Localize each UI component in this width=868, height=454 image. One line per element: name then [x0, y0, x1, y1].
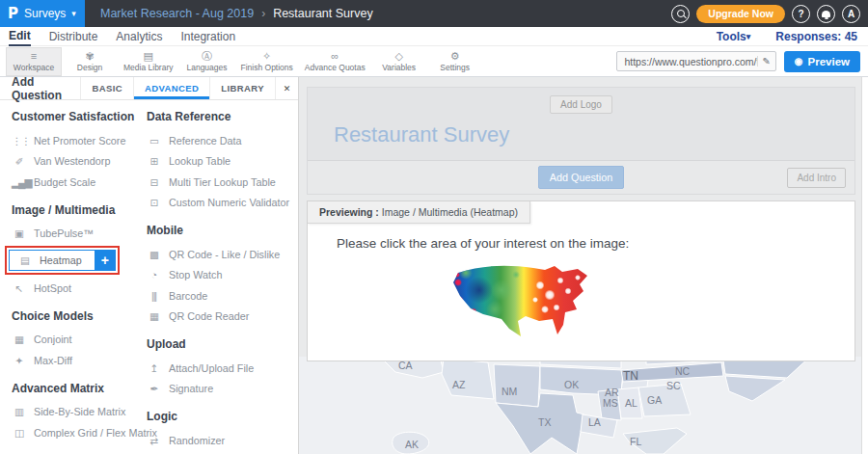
qtype-lookup-table[interactable]: ⊞ Lookup Table [147, 151, 294, 173]
qtype-conjoint[interactable]: ▦ Conjoint [12, 330, 147, 351]
section-title: Data Reference [147, 110, 294, 123]
toolbar-workspace[interactable]: ≡ Workspace [6, 47, 62, 76]
toolbar-settings[interactable]: ⚙ Settings [427, 47, 483, 76]
surveys-product-menu[interactable]: P Surveys ▾ [0, 0, 85, 27]
qtype-hotspot[interactable]: ↖ HotSpot [12, 278, 147, 299]
qtype-label: Lookup Table [169, 155, 231, 167]
translate-icon: Ⓐ [202, 50, 212, 62]
heatmap-image-icon: ▤ [17, 254, 32, 266]
links-icon: ∞ [331, 50, 339, 62]
qtype-label: Custom Numeric Validator [169, 197, 289, 208]
panel-title: Add Question [0, 77, 80, 99]
qtype-custom-logic-engine[interactable]: Ψ Custom Logic Engine [147, 451, 294, 454]
qtype-label: HotSpot [34, 282, 71, 294]
toolbar-media-library[interactable]: ▤ Media Library [118, 47, 179, 76]
survey-title[interactable]: Restaurant Survey [308, 114, 854, 160]
previewing-tab: Previewing : Image / Multimedia (Heatmap… [308, 201, 530, 224]
add-intro-button[interactable]: Add Intro [787, 168, 846, 188]
qtype-label: Randomizer [169, 435, 225, 446]
toolbar-label: Workspace [14, 63, 54, 72]
state-label-sc: SC [666, 380, 681, 391]
qtype-label: Heatmap [40, 254, 82, 266]
responses-count[interactable]: Responses: 45 [775, 27, 857, 46]
tab-basic[interactable]: BASIC [80, 77, 133, 99]
palette-icon: ✾ [85, 50, 94, 62]
preview-button[interactable]: ◉ Preview [784, 51, 860, 72]
heatmap-image[interactable] [448, 261, 593, 344]
question-type-columns: Customer Satisfaction ⋮⋮ Net Promoter Sc… [0, 100, 298, 454]
qtype-max-diff[interactable]: ✦ Max-Diff [12, 350, 147, 371]
question-type-column-1: Customer Satisfaction ⋮⋮ Net Promoter Sc… [12, 102, 147, 454]
section-title: Choice Models [12, 309, 147, 323]
qtype-tubepulse[interactable]: ▣ TubePulse™ [12, 224, 147, 245]
close-icon: ✕ [284, 84, 291, 93]
state-label-al: AL [625, 397, 637, 409]
wand-icon: ✦ [12, 355, 26, 366]
qtype-attach-upload-file[interactable]: ↥ Attach/Upload File [147, 358, 294, 379]
qtype-barcode[interactable]: ||| Barcode [147, 285, 294, 307]
questionpro-logo: P [8, 5, 18, 22]
survey-url-input[interactable] [624, 56, 757, 67]
heatmap-highlight-annotation: ▤ Heatmap + [5, 246, 120, 275]
close-panel-button[interactable]: ✕ [275, 77, 298, 99]
toolbar-finish-options[interactable]: ✧ Finish Options [235, 47, 299, 76]
breadcrumb-separator-icon: › [261, 7, 265, 20]
survey-canvas: CA AZ NM OK AR TN NC SC GA AL MS TX LA F… [299, 77, 868, 454]
toolbar-languages[interactable]: Ⓐ Languages [179, 47, 235, 76]
state-label-ak: AK [405, 439, 419, 450]
add-logo-button[interactable]: Add Logo [550, 95, 612, 114]
bell-icon [822, 11, 830, 17]
edit-url-icon[interactable]: ✎ [757, 56, 770, 67]
question-type-column-2: Data Reference ▭ Reference Data ⊞ Lookup… [147, 102, 294, 454]
nav-distribute[interactable]: Distribute [49, 27, 98, 46]
nav-integration[interactable]: Integration [180, 27, 235, 46]
matrix-icon: ▥ [12, 406, 26, 417]
qtype-qr-code-reader[interactable]: ▦ QR Code Reader [147, 307, 294, 328]
qtype-heatmap-selected[interactable]: ▤ Heatmap + [9, 250, 116, 271]
tag-icon: ◇ [394, 50, 402, 62]
upgrade-now-button[interactable]: Upgrade Now [696, 5, 785, 23]
flex-grid-icon: ◫ [12, 427, 26, 439]
search-button[interactable] [671, 5, 690, 23]
breadcrumb-folder[interactable]: Market Research - Aug 2019 [100, 7, 254, 20]
toolbar-advance-quotas[interactable]: ∞ Advance Quotas [299, 47, 371, 76]
tab-advanced[interactable]: ADVANCED [133, 77, 209, 99]
avatar[interactable]: A [842, 5, 860, 23]
notifications-button[interactable] [817, 5, 835, 23]
qtype-qr-like-dislike[interactable]: ▩ QR Code - Like / Dislike [147, 244, 294, 265]
help-button[interactable]: ? [792, 5, 810, 23]
qtype-budget-scale[interactable]: ▂▄▆ Budget Scale [12, 172, 147, 193]
qtype-label: Barcode [169, 290, 207, 302]
barcode-icon: ||| [147, 290, 161, 302]
section-title: Advanced Matrix [12, 382, 147, 395]
qtype-multi-tier-lookup[interactable]: ⊟ Multi Tier Lookup Table [147, 172, 294, 193]
us-states-background-map: CA AZ NM OK AR TN NC SC GA AL MS TX LA F… [299, 357, 861, 454]
qtype-side-by-side-matrix[interactable]: ▥ Side-By-Side Matrix [12, 402, 147, 423]
toolbar-label: Advance Quotas [305, 63, 366, 72]
qtype-custom-numeric-validator[interactable]: ⊡ Custom Numeric Validator [147, 193, 294, 214]
qtype-complex-grid[interactable]: ◫ Complex Grid / Flex Matrix [12, 422, 147, 443]
image-icon: ▤ [144, 50, 153, 62]
qtype-net-promoter-score[interactable]: ⋮⋮ Net Promoter Score [12, 130, 147, 151]
nav-edit[interactable]: Edit [9, 27, 31, 46]
tab-library[interactable]: LIBRARY [209, 77, 275, 99]
section-title: Customer Satisfaction [12, 110, 147, 123]
qtype-van-westendorp[interactable]: ✐ Van Westendorp [12, 151, 147, 173]
survey-nav: Edit Distribute Analytics Integration To… [0, 27, 868, 46]
toolbar-design[interactable]: ✾ Design [62, 47, 118, 76]
add-heatmap-question-button[interactable]: + [95, 250, 116, 271]
qtype-reference-data[interactable]: ▭ Reference Data [147, 130, 294, 151]
qtype-signature[interactable]: ✒ Signature [147, 379, 294, 400]
qtype-label: Conjoint [34, 334, 72, 345]
gear-icon: ⚙ [450, 50, 460, 62]
state-label-ga: GA [647, 394, 662, 406]
qtype-stop-watch[interactable]: ◔ Stop Watch [147, 265, 294, 286]
tools-menu[interactable]: Tools ▾ [717, 27, 751, 46]
toolbar-variables[interactable]: ◇ Variables [371, 47, 427, 76]
qtype-label: Net Promoter Score [34, 135, 125, 147]
add-question-button[interactable]: Add Question [538, 166, 624, 189]
nav-analytics[interactable]: Analytics [116, 27, 162, 46]
chevron-down-icon: ▾ [746, 32, 751, 41]
toolbar-label: Languages [186, 63, 227, 72]
qtype-randomizer[interactable]: ⇄ Randomizer [147, 430, 294, 451]
